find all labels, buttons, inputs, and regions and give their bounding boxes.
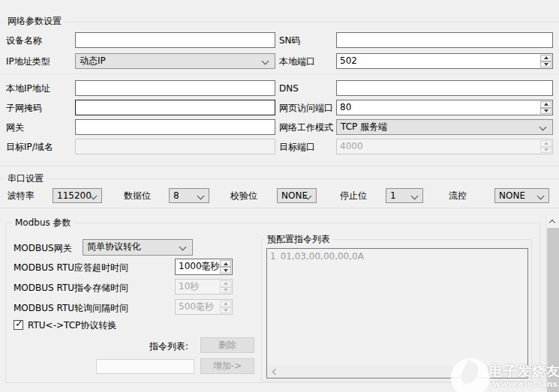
add-button-label: 增加-> [213,361,242,371]
list-item-index: 1 [270,251,276,262]
store-time-spinner: 10秒 [175,279,233,295]
arrow-up-icon [224,262,228,265]
spinner-buttons[interactable] [220,260,231,274]
response-timeout-value: 1000毫秒 [179,259,220,274]
response-timeout-spinner[interactable]: 1000毫秒 [175,259,233,275]
spinner-buttons [220,280,231,293]
scrollbar-thumb[interactable] [547,228,559,392]
modbus-group-title: Modbus 参数 [12,217,74,228]
delete-button[interactable]: 删除 [200,337,254,353]
list-item-command: 01,03,00,00,00,0A [281,251,364,262]
modbus-gateway-select[interactable]: 简单协议转化 [83,239,193,256]
arrow-up-icon [224,282,228,285]
network-group-title: 网络参数设置 [5,16,65,26]
horizontal-scrollbar[interactable] [268,366,527,378]
arrow-up-icon [224,302,228,305]
add-button[interactable]: 增加-> [200,358,254,374]
store-time-value: 10秒 [179,280,199,294]
spinner-buttons [220,301,231,313]
rtu-tcp-checkbox[interactable]: ✓ [14,320,23,330]
spin-down-button [220,287,231,294]
spin-down-button [220,307,231,314]
poll-interval-spinner: 500毫秒 [175,299,233,315]
spin-up-button [220,280,231,287]
vertical-scrollbar[interactable] [545,215,559,392]
config-window: 网络参数设置 设备名称 A0001 SN码 00001 IP地址类型 动态IP … [0,0,559,392]
spin-up-button [220,301,231,307]
scroll-up-button[interactable] [546,215,559,228]
arrow-down-icon [224,309,228,312]
chevron-up-icon [549,220,555,226]
arrow-down-icon [224,269,228,272]
preconfig-list-item[interactable]: 101,03,00,00,00,0A [267,249,527,262]
modbus-gateway-value: 简单协议转化 [87,241,141,252]
chevron-left-icon [272,369,278,375]
chevron-down-icon [179,244,187,251]
delete-button-label: 删除 [218,340,236,350]
serial-groupbox [0,178,559,208]
poll-interval-value: 500毫秒 [179,300,214,314]
spin-down-button[interactable] [220,267,231,274]
checkmark-icon: ✓ [15,318,23,329]
command-input[interactable]: , , , , , [96,359,194,374]
cmd-list-label: 指令列表: [149,341,188,352]
preconfig-group-title: 预配置指令列表 [264,234,333,244]
preconfig-listbox[interactable]: 101,03,00,00,00,0A [266,248,528,379]
network-groupbox [0,22,559,166]
arrow-down-icon [224,289,228,292]
serial-group-title: 串口设置 [5,173,47,184]
spin-up-button[interactable] [220,260,231,267]
rtu-tcp-checkbox-label[interactable]: RTU<->TCP协议转换 [28,320,116,331]
